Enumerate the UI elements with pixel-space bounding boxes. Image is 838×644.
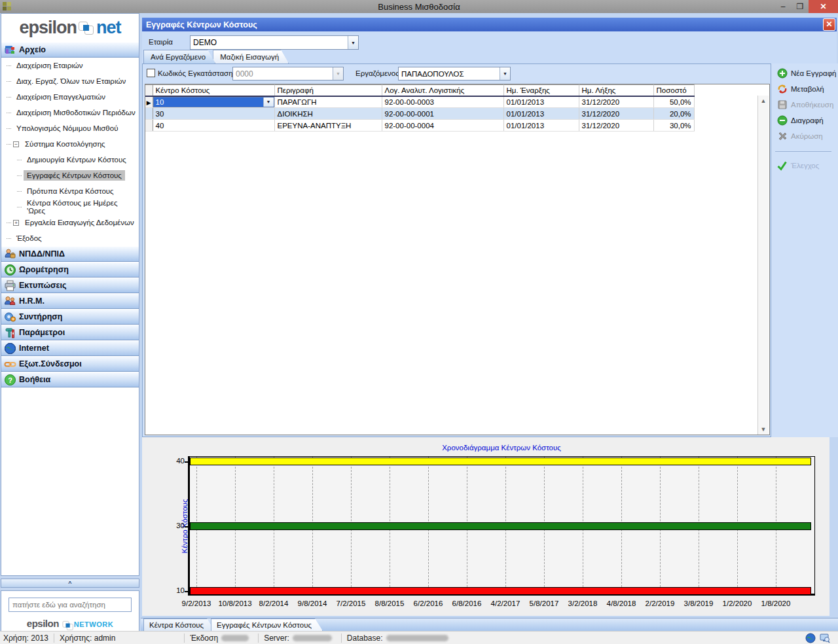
- bottom-tab-1[interactable]: Εγγραφές Κέντρων Κόστους: [211, 618, 323, 631]
- sidebar-section-3[interactable]: H.R.M.: [1, 293, 139, 309]
- chart-y-tick-label: 40: [169, 457, 185, 465]
- sidebar-collapse-button[interactable]: ^: [1, 579, 139, 588]
- table-row[interactable]: 40ΕΡΕΥΝΑ-ΑΝΑΠΤΥΞΗ92-00-00-000401/01/2013…: [145, 120, 694, 132]
- panel-header: Εγγραφές Κέντρων Κόστους ✕: [142, 18, 837, 31]
- sidebar-section-1[interactable]: Ωρομέτρηση: [1, 262, 139, 277]
- statusbar: Χρήση: 2013 Χρήστης: admin Έκδοση Server…: [0, 631, 838, 644]
- action-panel: Νέα ΕγγραφήΜεταβολήΑποθήκευσηΔιαγραφήΑκύ…: [771, 63, 838, 437]
- chart-title: Χρονοδιάγραμμα Κέντρων Κόστους: [188, 444, 815, 452]
- chart-y-tick-label: 10: [169, 586, 185, 594]
- column-header-1[interactable]: Περιγραφή: [274, 85, 382, 96]
- table-row[interactable]: 30ΔΙΟΙΚΗΣΗ92-00-00-000101/01/201331/12/2…: [145, 108, 694, 120]
- company-combobox[interactable]: DEMO ▼: [190, 35, 359, 50]
- window-title: Business Μισθοδοσία: [0, 2, 838, 12]
- globe-icon: [3, 342, 16, 355]
- installation-code-combobox: 0000 ▼: [232, 67, 344, 80]
- folder-icon: [3, 43, 16, 56]
- chart-y-tick-mark: [185, 461, 188, 463]
- sidebar-tree: Διαχείριση ΕταιριώνΔιαχ. Εργαζ. Όλων των…: [1, 58, 139, 246]
- scroll-up-icon[interactable]: ▲: [758, 96, 769, 106]
- svg-text:?: ?: [8, 376, 12, 384]
- sidebar-section-4[interactable]: Συντήρηση: [1, 309, 139, 325]
- sidebar-section-6[interactable]: Internet: [1, 340, 139, 356]
- action-button-0[interactable]: Νέα Εγγραφή: [776, 67, 838, 79]
- collapse-box-icon[interactable]: −: [13, 141, 19, 147]
- sidebar-section-archeio[interactable]: Αρχείο: [1, 42, 139, 58]
- sidebar-item-10[interactable]: +Εργαλεία Εισαγωγής Δεδομένων: [1, 215, 139, 230]
- employee-label: Εργαζόμενος: [355, 69, 399, 77]
- chart-y-tick-mark: [185, 526, 188, 528]
- sidebar-item-4[interactable]: Υπολογισμός Νόμιμου Μισθού: [1, 120, 139, 136]
- vertical-scrollbar[interactable]: ▲ ▼: [757, 96, 769, 435]
- action-button-1[interactable]: Μεταβολή: [776, 83, 838, 95]
- column-header-5[interactable]: Ποσοστό: [653, 85, 694, 96]
- remote-monitor-icon[interactable]: [820, 633, 830, 643]
- cancel-x-icon: [776, 131, 788, 142]
- column-header-2[interactable]: Λογ. Αναλυτ. Λογιστικής: [382, 85, 503, 96]
- scroll-down-icon[interactable]: ▼: [758, 424, 769, 435]
- restore-button[interactable]: ❐: [792, 0, 809, 13]
- action-button-4: Ακύρωση: [776, 130, 838, 142]
- epsilon-logo-icon: [79, 20, 94, 36]
- tools-icon: [3, 326, 16, 339]
- chart-y-tick-label: 30: [169, 522, 185, 529]
- epsilon-logo-icon-small: [62, 620, 70, 628]
- bottom-tab-0[interactable]: Κέντρα Κόστους: [143, 618, 215, 631]
- chevron-down-icon[interactable]: ▼: [263, 98, 274, 107]
- chart-plot-area: 9/2/201310/8/20138/2/20149/8/20147/2/201…: [188, 456, 815, 596]
- sidebar-item-3[interactable]: Διαχείριση Μισθοδοτικών Περιόδων: [1, 105, 139, 120]
- sidebar-item-9[interactable]: Κέντρα Κόστους με Ημέρες 'Ωρες: [1, 199, 139, 215]
- close-button[interactable]: ✕: [809, 0, 838, 13]
- table-row[interactable]: ▶10▼ΠΑΡΑΓΩΓΗ92-00-00-000301/01/201331/12…: [145, 96, 694, 108]
- plus-circle-icon: [776, 68, 788, 79]
- chain-link-icon: [3, 357, 16, 370]
- column-header-3[interactable]: Ημ. Έναρξης: [503, 85, 579, 96]
- save-disk-icon: [776, 99, 788, 111]
- action-button-3[interactable]: Διαγραφή: [776, 115, 838, 126]
- sidebar-item-5[interactable]: −Σύστημα Κοστολόγησης: [1, 136, 139, 152]
- chevron-down-icon[interactable]: ▼: [348, 36, 358, 49]
- check-icon: [776, 160, 788, 171]
- sidebar-section-8[interactable]: ?Βοήθεια: [1, 372, 139, 387]
- installation-code-label: Κωδικός Εγκατάστασης: [158, 69, 236, 77]
- tab-0[interactable]: Ανά Εργαζόμενο: [143, 50, 215, 63]
- epsilon-net-logo: epsilon net: [1, 14, 139, 42]
- sidebar: epsilon net Αρχείο Διαχείριση ΕταιριώνΔι…: [0, 13, 141, 631]
- action-button-5[interactable]: Έλεγχος: [776, 160, 838, 171]
- sidebar-item-1[interactable]: Διαχ. Εργαζ. Όλων των Εταιριών: [1, 73, 139, 89]
- sidebar-item-2[interactable]: Διαχείριση Επαγγελματιών: [1, 89, 139, 105]
- sidebar-section-7[interactable]: Εξωτ.Σύνδεσμοι: [1, 356, 139, 372]
- main-area: Εγγραφές Κέντρων Κόστους ✕ Εταιρία DEMO …: [141, 13, 838, 631]
- sidebar-search-input[interactable]: [9, 598, 132, 612]
- sidebar-item-0[interactable]: Διαχείριση Εταιριών: [1, 58, 139, 73]
- chart-y-tick-mark: [185, 591, 188, 592]
- sidebar-item-7[interactable]: Εγγραφές Κέντρων Κόστους: [1, 168, 139, 183]
- person-briefcase-icon: [3, 247, 16, 260]
- tab-1[interactable]: Μαζική Εισαγωγή: [213, 50, 289, 63]
- status-user: Χρήστης: admin: [60, 634, 115, 643]
- chevron-down-icon[interactable]: ▼: [500, 67, 510, 80]
- sidebar-item-11[interactable]: Έξοδος: [1, 230, 139, 246]
- expand-box-icon[interactable]: +: [13, 220, 19, 226]
- sidebar-item-8[interactable]: Πρότυπα Κέντρα Κόστους: [1, 183, 139, 199]
- sidebar-section-5[interactable]: Παράμετροι: [1, 325, 139, 340]
- company-label: Εταιρία: [149, 38, 173, 46]
- employee-combobox[interactable]: ΠΑΠΑΔΟΠΟΥΛΟΣ ▼: [398, 67, 511, 80]
- minimize-button[interactable]: –: [774, 0, 792, 13]
- status-version-label: Έκδοση: [190, 634, 218, 643]
- minus-circle-icon: [776, 115, 788, 126]
- printer-icon: [3, 279, 16, 292]
- column-header-4[interactable]: Ημ. Λήξης: [579, 85, 653, 96]
- sidebar-sections: ΝΠΔΔ/ΝΠΙΔΩρομέτρησηΕκτυπώσειςH.R.M.Συντή…: [1, 246, 139, 387]
- clock-icon: [3, 263, 16, 276]
- installation-code-checkbox[interactable]: [147, 69, 155, 77]
- sidebar-item-6[interactable]: Δημιουργία Κέντρων Κόστους: [1, 152, 139, 168]
- panel-close-icon[interactable]: ✕: [823, 18, 835, 31]
- chevron-down-icon: ▼: [333, 67, 343, 80]
- sidebar-section-0[interactable]: ΝΠΔΔ/ΝΠΙΔ: [1, 246, 139, 262]
- gears-icon: [3, 310, 16, 323]
- globe-status-icon[interactable]: [805, 633, 816, 643]
- column-header-0[interactable]: Κέντρο Κόστους: [153, 85, 274, 96]
- sidebar-section-2[interactable]: Εκτυπώσεις: [1, 277, 139, 293]
- chart-bar-30: [190, 522, 811, 530]
